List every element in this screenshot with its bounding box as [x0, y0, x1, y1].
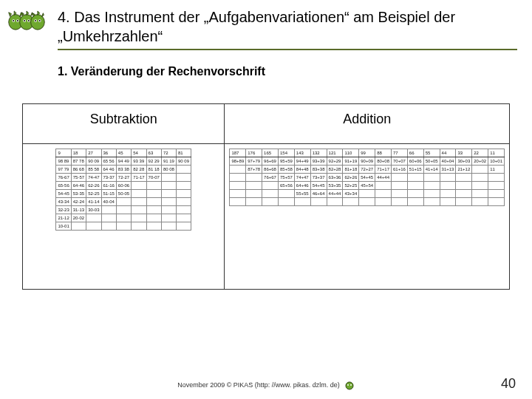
table-cell — [423, 182, 440, 190]
table-cell — [472, 174, 488, 182]
column-heading-left: Subtraktion — [23, 104, 224, 144]
table-cell: 96+69 — [262, 157, 279, 166]
table-cell — [440, 174, 456, 182]
table-cell: 86+68 — [262, 166, 279, 174]
table-cell: 74-47 — [86, 174, 101, 182]
table-cell: 64 46 — [101, 166, 116, 174]
table-cell: 85 58 — [86, 166, 101, 174]
table-cell — [101, 214, 116, 222]
column-heading-right: Addition — [225, 104, 509, 144]
table-cell: 43-34 — [56, 198, 71, 206]
table-header-cell: 81 — [176, 149, 191, 157]
table-cell — [472, 166, 488, 174]
table-cell — [176, 190, 191, 198]
table-cell — [132, 190, 146, 198]
svg-point-9 — [13, 20, 14, 21]
table-cell — [375, 190, 392, 198]
table-cell: 21-12 — [56, 214, 71, 222]
table-cell: 20+02 — [472, 157, 488, 166]
table-cell — [176, 198, 191, 206]
table-cell — [310, 198, 327, 206]
table-cell — [116, 222, 131, 231]
table-cell: 45+54 — [359, 182, 375, 190]
table-cell: 30+03 — [456, 157, 472, 166]
table-cell — [423, 174, 440, 182]
table-cell — [262, 198, 279, 206]
svg-point-17 — [350, 384, 352, 386]
table-cell — [146, 190, 161, 198]
table-cell: 76-67 — [56, 174, 71, 182]
table-cell: 53-35 — [71, 190, 86, 198]
table-cell — [230, 174, 246, 182]
column-addition: Addition 1871761651541431321211109988776… — [224, 104, 509, 289]
table-cell — [176, 174, 191, 182]
table-cell: 43+34 — [343, 190, 359, 198]
table-cell: 64-46 — [71, 182, 86, 190]
table-cell: 31+13 — [440, 166, 456, 174]
table-cell: 80+08 — [375, 157, 392, 166]
table-cell — [132, 198, 146, 206]
table-cell: 41-14 — [86, 198, 101, 206]
table-cell: 70-07 — [146, 174, 161, 182]
table-cell: 90+09 — [359, 157, 375, 166]
slide-subtitle: 1. Veränderung der Rechenvorschrift — [58, 65, 265, 78]
table-cell — [71, 222, 86, 231]
table-cell — [456, 190, 472, 198]
table-cell: 90 09 — [86, 157, 101, 166]
table-header-cell: 11 — [488, 149, 505, 157]
table-cell: 97 79 — [56, 166, 71, 174]
table-cell — [161, 174, 176, 182]
column-subtraction: Subtraktion 9182736455463728198 8987 789… — [23, 104, 224, 289]
table-header-cell: 187 — [230, 149, 246, 157]
table-cell: 93+39 — [310, 157, 327, 166]
table-cell — [161, 222, 176, 231]
table-cell: 64+46 — [294, 182, 310, 190]
svg-point-16 — [347, 384, 349, 386]
table-cell: 73-37 — [101, 174, 116, 182]
svg-point-10 — [17, 20, 18, 21]
table-header-cell: 143 — [294, 149, 310, 157]
table-header-cell: 165 — [262, 149, 279, 157]
table-cell: 91 19 — [161, 157, 176, 166]
table-cell — [456, 182, 472, 190]
table-cell — [343, 198, 359, 206]
table-cell: 10-01 — [56, 222, 71, 231]
table-cell: 72+27 — [359, 166, 375, 174]
slide: 4. Das Instrument der „Aufgabenvariation… — [0, 0, 532, 399]
table-header-cell: 36 — [101, 149, 116, 157]
table-cell — [440, 182, 456, 190]
table-cell — [488, 182, 505, 190]
table-cell — [230, 166, 246, 174]
footer: November 2009 © PIKAS (http: //www. pika… — [0, 380, 532, 390]
table-cell: 93 39 — [132, 157, 146, 166]
table-cell — [132, 214, 146, 222]
table-header-cell: 33 — [456, 149, 472, 157]
svg-point-13 — [35, 20, 36, 21]
table-cell: 44+44 — [327, 190, 343, 198]
table-cell — [359, 198, 375, 206]
table-header-cell: 45 — [116, 149, 131, 157]
table-cell: 40+04 — [440, 157, 456, 166]
table-cell — [391, 198, 407, 206]
table-cell: 75-57 — [71, 174, 86, 182]
table-header-cell: 54 — [132, 149, 146, 157]
table-cell — [375, 182, 392, 190]
table-cell — [262, 182, 279, 190]
table-cell — [146, 198, 161, 206]
table-cell: 41+14 — [423, 166, 440, 174]
table-header-cell: 66 — [407, 149, 423, 157]
table-cell: 54+45 — [359, 174, 375, 182]
table-cell — [327, 198, 343, 206]
table-cell: 65+56 — [278, 182, 294, 190]
table-cell — [472, 198, 488, 206]
table-cell: 51-15 — [101, 190, 116, 198]
table-cell — [472, 190, 488, 198]
table-cell — [176, 182, 191, 190]
table-cell — [176, 206, 191, 214]
table-cell: 42-24 — [71, 198, 86, 206]
table-header-cell: 154 — [278, 149, 294, 157]
table-header-cell: 88 — [375, 149, 392, 157]
table-cell: 65 56 — [101, 157, 116, 166]
table-cell: 82 28 — [132, 166, 146, 174]
addition-data-table: 1871761651541431321211109988776655443322… — [229, 149, 505, 206]
